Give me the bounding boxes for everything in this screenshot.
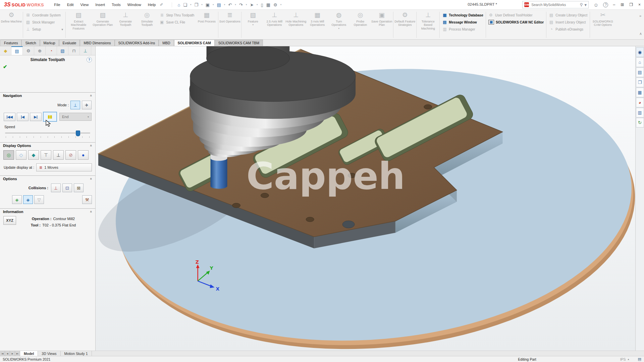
information-collapse-icon[interactable]: « <box>89 211 93 213</box>
close-button[interactable]: × <box>638 2 641 7</box>
cutting-tool[interactable] <box>211 156 227 189</box>
layout-button[interactable]: ⊞ <box>621 2 624 7</box>
turn-caret-icon[interactable]: ▾ <box>338 27 340 30</box>
publish-edrawings-button[interactable]: ◔Publish eDrawings <box>549 27 587 32</box>
minimize-button[interactable]: – <box>613 2 615 7</box>
tab-3d-views[interactable]: 3D Views <box>38 351 60 356</box>
option-save-stock-button[interactable]: ▽ <box>34 195 44 204</box>
menu-view[interactable]: View <box>80 3 89 7</box>
panel-tab-machine[interactable]: ⚙ <box>23 46 34 55</box>
menu-edit[interactable]: Edit <box>67 3 74 7</box>
taskpane-resources-button[interactable]: ⌂ <box>636 57 644 67</box>
display-holder-button[interactable]: ⊥ <box>53 150 64 160</box>
extract-machinable-features-button[interactable]: ▧ Extract Machinable Features <box>66 10 91 39</box>
appearance-icon[interactable]: ▯ <box>261 2 263 7</box>
search-caret-icon[interactable]: ▾ <box>585 2 587 7</box>
options-gear-icon[interactable]: ⚙ <box>273 2 277 7</box>
tab-features[interactable]: Features <box>0 40 21 46</box>
select-caret-icon[interactable]: ▾ <box>257 3 258 6</box>
display-target-part-button[interactable]: ◎ <box>3 150 14 160</box>
position-dropdown[interactable]: End ▾ <box>59 113 92 121</box>
scroll-last-icon[interactable]: ▶| <box>15 351 20 356</box>
tab-markup[interactable]: Markup <box>40 40 59 46</box>
select-icon[interactable]: ➤ <box>250 2 254 7</box>
panel-tab-configurations[interactable]: ▧ <box>57 46 68 55</box>
print-icon[interactable]: ▤ <box>217 2 221 7</box>
save-caret-icon[interactable]: ▾ <box>213 3 214 6</box>
panel-tab-tool[interactable]: ⊥ <box>80 46 91 55</box>
search-icon[interactable]: ⚲ <box>580 2 583 7</box>
display-collapse-icon[interactable]: « <box>89 145 93 147</box>
mode-turbo-button[interactable]: ✈ <box>82 101 92 109</box>
ok-button[interactable]: ✔ <box>0 63 95 71</box>
undo-caret-icon[interactable]: ▾ <box>235 3 236 6</box>
print-caret-icon[interactable]: ▾ <box>224 3 225 6</box>
display-pane-icon[interactable]: ▦ <box>266 2 270 7</box>
collision-holder-button[interactable]: ⊡ <box>62 184 72 192</box>
tab-solidworks-addins[interactable]: SOLIDWORKS Add-Ins <box>115 40 159 46</box>
tab-solidworks-cam-tbm[interactable]: SOLIDWORKS CAM TBM <box>215 40 263 46</box>
units-caret-icon[interactable]: ▴ <box>628 358 629 361</box>
define-machine-button[interactable]: ⚙ Define Machine <box>1 10 22 39</box>
redo-icon[interactable]: ↷ <box>239 2 243 7</box>
panel-tab-appearances[interactable]: ◔ <box>46 46 57 55</box>
help-icon[interactable]: ? <box>603 2 608 7</box>
panel-help-icon[interactable]: ? <box>87 57 92 62</box>
create-library-object-button[interactable]: ▤Create Library Object <box>549 13 587 17</box>
viewport-canvas[interactable]: Z Y X Cappeh <box>96 46 635 351</box>
simulate-toolpath-button[interactable]: ◎ Simulate Toolpath <box>136 10 158 39</box>
ribbon-more-icon[interactable]: » <box>639 14 642 18</box>
post-process-button[interactable]: ▦ Post Process <box>196 10 217 39</box>
new-document-icon[interactable]: ❏ <box>183 2 187 7</box>
scroll-next-icon[interactable]: ▶ <box>10 351 15 356</box>
user-defined-tool-holder-button[interactable]: ⚙User Defined Tool/Holder <box>488 13 544 17</box>
sort-operations-button[interactable]: ≣ Sort Operations <box>219 10 240 39</box>
panel-tab-part[interactable]: ◆ <box>0 46 11 55</box>
open-icon[interactable]: ❐ <box>195 2 199 7</box>
display-stock-translucent-button[interactable]: ◇ <box>16 150 26 160</box>
navigation-collapse-icon[interactable]: « <box>89 95 93 97</box>
collision-stop-button[interactable]: ⊠ <box>74 184 84 192</box>
pin-menu-icon[interactable]: ✐ <box>160 2 163 7</box>
ribbon-collapse-icon[interactable]: ∧ <box>639 32 642 36</box>
message-window-button[interactable]: ▤Message Window <box>442 20 483 24</box>
restore-button[interactable]: ❐ <box>629 2 633 7</box>
collision-tool-button[interactable]: ⊥ <box>51 184 61 192</box>
update-moves-field[interactable]: ≣ 1 Moves <box>36 163 92 171</box>
cam-options-button[interactable]: ✂ SOLIDWORKS CAM Options <box>591 10 615 39</box>
panel-tab-property-manager[interactable]: ▤ <box>11 46 23 55</box>
option-compare-button[interactable]: ◈ <box>12 195 22 204</box>
scroll-first-icon[interactable]: |◀ <box>0 351 5 356</box>
new-caret-icon[interactable]: ▾ <box>190 3 192 6</box>
speed-slider-thumb[interactable] <box>76 131 80 136</box>
menu-tools[interactable]: Tools <box>112 3 121 7</box>
display-sphere-button[interactable]: ● <box>78 150 89 160</box>
turn-operations-button[interactable]: ◍ Turn Operations ▾ <box>328 10 350 39</box>
stock-manager-button[interactable]: ▧Stock Manager <box>25 20 63 24</box>
options-caret-icon[interactable]: ▾ <box>280 3 282 6</box>
go-to-start-button[interactable]: |◀◀ <box>4 113 15 121</box>
options-collapse-icon[interactable]: « <box>89 178 93 180</box>
probe-operation-button[interactable]: ◎ Probe Operation <box>350 10 371 39</box>
undo-icon[interactable]: ↶ <box>228 2 232 7</box>
process-manager-button[interactable]: ▥Process Manager <box>442 27 483 32</box>
units-selector[interactable]: IPS <box>620 357 626 361</box>
xyz-coordinates-button[interactable]: XYZ <box>3 216 16 225</box>
open-caret-icon[interactable]: ▾ <box>201 3 203 6</box>
panel-tab-fixture[interactable]: ⊓ <box>68 46 80 55</box>
tab-mbd[interactable]: MBD <box>159 40 174 46</box>
taskpane-file-explorer-button[interactable]: ❐ <box>636 77 644 87</box>
technology-database-button[interactable]: ▦Technology Database <box>442 13 483 17</box>
display-tool-button[interactable]: ⊤ <box>41 150 51 160</box>
menu-file[interactable]: File <box>54 3 60 7</box>
default-feature-strategies-button[interactable]: ⚙ Default Feature Strategies <box>394 10 416 39</box>
nc-editor-button[interactable]: ▣SOLIDWORKS CAM NC Editor <box>488 20 544 24</box>
taskpane-3dexperience-button[interactable]: ◉ <box>636 47 644 57</box>
step-forward-button[interactable]: ▶| <box>30 113 42 121</box>
tolerance-based-machining-button[interactable]: ⊥ Tolerance Based Machining <box>417 10 439 39</box>
menu-help[interactable]: Help <box>148 3 156 7</box>
menu-window[interactable]: Window <box>127 3 141 7</box>
home-icon[interactable]: ⌂ <box>177 2 180 7</box>
display-hide-button[interactable]: ⊘ <box>65 150 76 160</box>
setup-button[interactable]: ⊥Setup▾ <box>25 27 63 32</box>
